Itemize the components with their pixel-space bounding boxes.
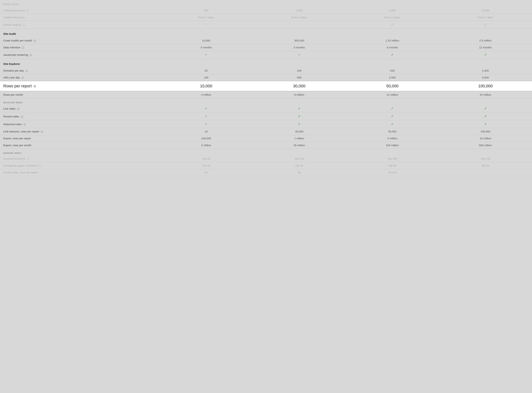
rank-tracker-label: Rank Tracker <box>0 0 532 7</box>
tracked-keywords-col1: 500 <box>159 7 253 14</box>
link-intersect-col4: 100,000 <box>439 128 532 135</box>
crawl-credits-label: Crawl credits per month ? <box>0 37 159 44</box>
js-rendering-label: JavaScript rendering ? <box>0 51 159 59</box>
live-index-col2: ✓ <box>253 105 346 113</box>
domains-per-day-col2: 100 <box>253 67 346 74</box>
ranking-index-category-label: RANKING INDEX <box>0 149 532 155</box>
recent-index-help-icon[interactable]: ? <box>21 115 23 118</box>
urls-per-day-col2: 500 <box>253 74 346 81</box>
crawl-credits-col3: 1.25 million <box>346 37 439 44</box>
competing-pages-help-icon[interactable]: ? <box>39 165 41 167</box>
update-frequency-col4: Every 3 days <box>439 14 532 21</box>
domains-per-day-col1: 25 <box>159 67 253 74</box>
keyword-positions-label: Keyword positions ? <box>0 155 159 162</box>
recent-index-col1: ✕ <box>159 113 253 120</box>
domains-per-day-help-icon[interactable]: ? <box>25 69 28 72</box>
tracked-keywords-row: Tracked keywords ? 500 1,500 5,000 10,00… <box>0 7 532 14</box>
mobile-ranking-help-icon[interactable]: ? <box>22 24 25 26</box>
tracked-keywords-help-icon[interactable]: ? <box>27 10 29 12</box>
export-rows-report-col2: 1 million <box>253 135 346 142</box>
mobile-ranking-row: Mobile ranking ? ✕ ✕ ✓ ✓ <box>0 21 532 29</box>
historical-index-col4: ✓ <box>439 120 532 128</box>
crawl-credits-help-icon[interactable]: ? <box>34 39 36 42</box>
rows-per-report-row: Rows per report ? 10,000 30,000 50,000 1… <box>0 81 532 91</box>
live-index-col4: ✓ <box>439 105 532 113</box>
recent-index-col4: ✓ <box>439 113 532 120</box>
live-index-help-icon[interactable]: ? <box>17 108 20 110</box>
update-frequency-col1: Every 7 days <box>159 14 253 21</box>
export-rows-report-col4: 10 million <box>439 135 532 142</box>
keyword-positions-col3: Top 100 <box>346 155 439 162</box>
competing-pages-label: Competing pages / domains ? <box>0 162 159 169</box>
link-intersect-col3: 50,000 <box>346 128 439 135</box>
data-retention-label: Data retention ? <box>0 44 159 51</box>
js-rendering-help-icon[interactable]: ? <box>30 54 32 56</box>
domains-per-day-row: Domains per day ? 25 100 250 1,000 <box>0 67 532 74</box>
urls-per-day-help-icon[interactable]: ? <box>21 76 24 79</box>
tracked-keywords-col4: 10,000 <box>439 7 532 14</box>
link-intersect-help-icon[interactable]: ? <box>41 130 43 133</box>
content-gap-col4 <box>439 169 532 176</box>
mobile-ranking-col1: ✕ <box>159 21 253 29</box>
site-audit-section: Site Audit <box>0 29 532 37</box>
keyword-positions-col4: Top 100 <box>439 155 532 162</box>
js-rendering-col3: ✓ <box>346 51 439 59</box>
mobile-ranking-label: Mobile ranking ? <box>0 21 159 29</box>
rows-per-report-col1: 10,000 <box>159 81 253 91</box>
export-rows-report-label: Export, rows per report <box>0 135 159 142</box>
tracked-keywords-col2: 1,500 <box>253 7 346 14</box>
data-retention-row: Data retention ? 3 months 3 months 6 mon… <box>0 44 532 51</box>
backlink-index-category-label: BACKLINK INDEX <box>0 98 532 105</box>
content-gap-col1: 10 <box>159 169 253 176</box>
historical-index-help-icon[interactable]: ? <box>23 123 26 126</box>
js-rendering-row: JavaScript rendering ? ✕ ✕ ✓ ✓ <box>0 51 532 59</box>
recent-index-col3: ✓ <box>346 113 439 120</box>
historical-index-col2: ✓ <box>253 120 346 128</box>
keyword-positions-help-icon[interactable]: ? <box>27 158 29 160</box>
tracked-keywords-col3: 5,000 <box>346 7 439 14</box>
rows-per-month-col2: 6 million <box>253 91 346 98</box>
urls-per-day-col4: 5,000 <box>439 74 532 81</box>
recent-index-col2: ✓ <box>253 113 346 120</box>
rows-per-report-col4: 100,000 <box>439 81 532 91</box>
live-index-col3: ✓ <box>346 105 439 113</box>
export-rows-month-col3: 100 million <box>346 142 439 149</box>
export-rows-month-col1: 5 million <box>159 142 253 149</box>
keyword-positions-row: Keyword positions ? Top 20 Top 100 Top 1… <box>0 155 532 162</box>
competing-pages-col2: Top 50 <box>253 162 346 169</box>
update-frequency-label: Update frequency <box>0 14 159 21</box>
crawl-credits-col1: 10,000 <box>159 37 253 44</box>
js-rendering-col4: ✓ <box>439 51 532 59</box>
js-rendering-col2: ✕ <box>253 51 346 59</box>
link-intersect-row: Link intersect, rows per report ? 10 30,… <box>0 128 532 135</box>
crawl-credits-row: Crawl credits per month ? 10,000 500,000… <box>0 37 532 44</box>
rows-per-report-col2: 30,000 <box>253 81 346 91</box>
crawl-credits-col4: 2.5 million <box>439 37 532 44</box>
urls-per-day-label: URLs per day ? <box>0 74 159 81</box>
live-index-label: Live index ? <box>0 105 159 113</box>
crawl-credits-col2: 500,000 <box>253 37 346 44</box>
mobile-ranking-col3: ✓ <box>346 21 439 29</box>
urls-per-day-col3: 2,000 <box>346 74 439 81</box>
export-rows-month-label: Export, rows per month <box>0 142 159 149</box>
export-rows-month-col2: 25 million <box>253 142 346 149</box>
urls-per-day-row: URLs per day ? 100 500 2,000 5,000 <box>0 74 532 81</box>
rows-per-month-label: Rows per month <box>0 91 159 98</box>
rows-per-month-col1: 3 million <box>159 91 253 98</box>
rows-per-report-label: Rows per report ? <box>0 81 159 91</box>
live-index-row: Live index ? ✓ ✓ ✓ ✓ <box>0 105 532 113</box>
data-retention-help-icon[interactable]: ? <box>22 46 24 49</box>
update-frequency-col3: Every 3 days <box>346 14 439 21</box>
export-rows-month-col4: 500 million <box>439 142 532 149</box>
rows-per-report-help-icon[interactable]: ? <box>34 85 36 88</box>
historical-index-row: Historical index ? ✕ ✓ ✓ ✓ <box>0 120 532 128</box>
export-rows-report-row: Export, rows per report 100,000 1 millio… <box>0 135 532 142</box>
pricing-table: Rank Tracker Tracked keywords ? 500 1,50… <box>0 0 532 176</box>
rows-per-month-row: Rows per month 3 million 6 million 12 mi… <box>0 91 532 98</box>
link-intersect-col1: 10 <box>159 128 253 135</box>
domains-per-day-col3: 250 <box>346 67 439 74</box>
keyword-positions-col2: Top 100 <box>253 155 346 162</box>
data-retention-col4: 12 months <box>439 44 532 51</box>
mobile-ranking-col4: ✓ <box>439 21 532 29</box>
update-frequency-row: Update frequency Every 7 days Every 5 da… <box>0 14 532 21</box>
